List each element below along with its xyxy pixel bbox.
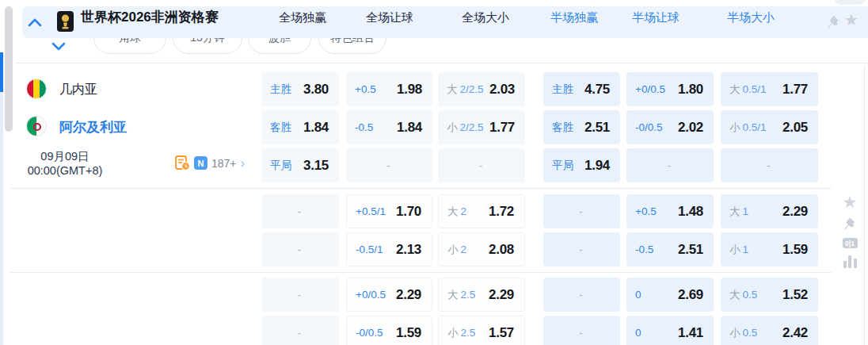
header-pin-icon[interactable] [827,15,840,30]
odds-cell-empty: - [543,316,620,345]
odds-cell[interactable]: 大2.52.29 [438,278,525,312]
odds-value: 1.52 [782,287,808,303]
odds-label: -0/0.5 [356,327,383,339]
odds-cell[interactable]: 大0.5/11.77 [721,72,818,106]
scrollbar-thumb[interactable] [5,6,13,132]
n-markets-icon[interactable]: N [194,156,207,170]
score-01-icon[interactable]: 0|1 [843,238,858,248]
odds-value: 2.13 [396,242,421,258]
odds-cell[interactable]: +0.5/11.70 [346,194,432,228]
odds-cell[interactable]: 小11.59 [721,232,818,266]
handicap-line: 2 [461,205,467,217]
odds-cell[interactable]: 大0.51.52 [721,278,818,312]
odds-label: 大2 [447,205,466,219]
odds-label: +0.5 [635,205,657,217]
odds-label: 大0.5/1 [729,82,767,97]
odds-cell[interactable]: -0/0.52.02 [626,110,714,144]
odds-value: 1.59 [396,325,421,341]
odds-cell[interactable]: -0.51.84 [346,110,432,144]
odds-value: 2.42 [782,325,808,341]
odds-cell[interactable]: 大12.29 [721,194,818,228]
odds-label: 大1 [729,205,748,219]
pin-match-icon[interactable] [843,217,856,231]
odds-cell[interactable]: -0.52.51 [626,232,714,266]
odds-cell[interactable]: 小0.52.42 [721,316,818,345]
more-markets-chevron-icon[interactable]: › [241,158,246,169]
tab-5[interactable]: 半场让球 [632,10,680,25]
odds-cell[interactable]: +0.51.98 [346,72,432,106]
odds-cell[interactable]: 小2/2.51.77 [438,110,525,144]
tab-2[interactable]: 全场让球 [366,10,413,25]
over-under-prefix: 大 [729,205,740,217]
over-under-prefix: 小 [729,327,740,339]
odds-cell[interactable]: 主胜4.75 [543,72,620,106]
empty-odds-dash: - [552,327,610,339]
over-under-prefix: 大 [447,83,458,95]
section-divider [10,272,832,273]
header-favorite-star-icon[interactable]: ★ [844,12,858,29]
odds-cell[interactable]: 主胜3.80 [261,72,339,106]
tab-1[interactable]: 全场独赢 [279,10,326,25]
odds-cell[interactable]: 小2.51.57 [438,316,525,345]
odds-label: 小1 [729,243,748,257]
tab-4[interactable]: 半场独赢 [550,10,598,25]
empty-odds-dash: - [447,159,515,171]
odds-cell[interactable]: 客胜1.84 [261,110,339,144]
odds-cell[interactable]: 01.41 [626,316,714,345]
odds-cell[interactable]: +0/0.51.80 [626,72,714,106]
odds-label: 大2/2.5 [447,82,484,97]
odds-value: 1.72 [489,204,514,220]
odds-cell[interactable]: -0.5/12.13 [346,232,432,266]
odds-value: 1.94 [584,158,610,174]
odds-value: 1.70 [396,204,421,220]
odds-label: 客胜 [552,121,573,135]
odds-cell[interactable]: 大2/2.52.03 [438,72,525,106]
odds-cell[interactable]: 客胜2.51 [543,110,620,144]
odds-cell[interactable]: 小0.5/12.05 [721,110,818,144]
match-date: 09月09日 [14,149,116,163]
odds-cell[interactable]: -0/0.51.59 [346,316,432,345]
odds-value: 1.77 [782,82,808,98]
odds-value: 2.29 [782,204,808,220]
over-under-prefix: 小 [729,243,740,255]
tab-3[interactable]: 全场大小 [462,10,509,25]
handicap-line: 0.5/1 [743,121,767,133]
odds-label: 平局 [270,159,291,173]
odds-label: +0.5 [355,83,376,95]
odds-cell[interactable]: 02.69 [626,278,714,312]
odds-cell[interactable]: +0/0.52.29 [346,278,432,312]
odds-cell-empty: - [543,194,620,228]
header-divider [16,63,868,63]
odds-cell[interactable]: 大21.72 [438,194,525,228]
odds-value: 2.29 [396,287,421,303]
expand-chevron-down-icon[interactable] [51,41,67,52]
away-team-name[interactable]: 阿尔及利亚 [59,118,127,136]
stats-bars-icon[interactable] [843,255,857,268]
tab-6[interactable]: 半场大小 [727,10,775,25]
odds-value: 1.80 [678,82,703,98]
collapse-chevron-up-icon[interactable] [27,17,43,28]
over-under-prefix: 小 [447,243,459,255]
odds-value: 1.57 [489,325,514,341]
vertical-scrollbar[interactable] [5,0,13,345]
over-under-prefix: 大 [729,289,740,301]
match-datetime: 09月09日 00:00(GMT+8) [14,149,116,178]
odds-cell[interactable]: 小22.08 [438,232,525,266]
odds-value: 4.75 [584,82,610,98]
over-under-prefix: 大 [447,289,459,301]
empty-odds-dash: - [270,205,329,217]
empty-odds-dash: - [729,159,808,171]
odds-cell[interactable]: 平局1.94 [543,148,620,182]
favorite-star-icon[interactable]: ★ [843,194,858,210]
home-team-name: 几内亚 [59,82,97,98]
odds-label: 0 [635,327,641,339]
odds-label: 小2.5 [447,326,475,340]
odds-cell[interactable]: 平局3.15 [261,148,339,182]
empty-odds-dash: - [635,159,703,171]
odds-label: +0/0.5 [356,289,386,301]
odds-value: 1.41 [678,325,703,341]
odds-label: -0.5/1 [356,243,383,255]
odds-label: +0.5/1 [356,205,386,217]
settlement-doc-icon[interactable] [175,155,190,171]
odds-cell[interactable]: +0.51.48 [626,194,714,228]
